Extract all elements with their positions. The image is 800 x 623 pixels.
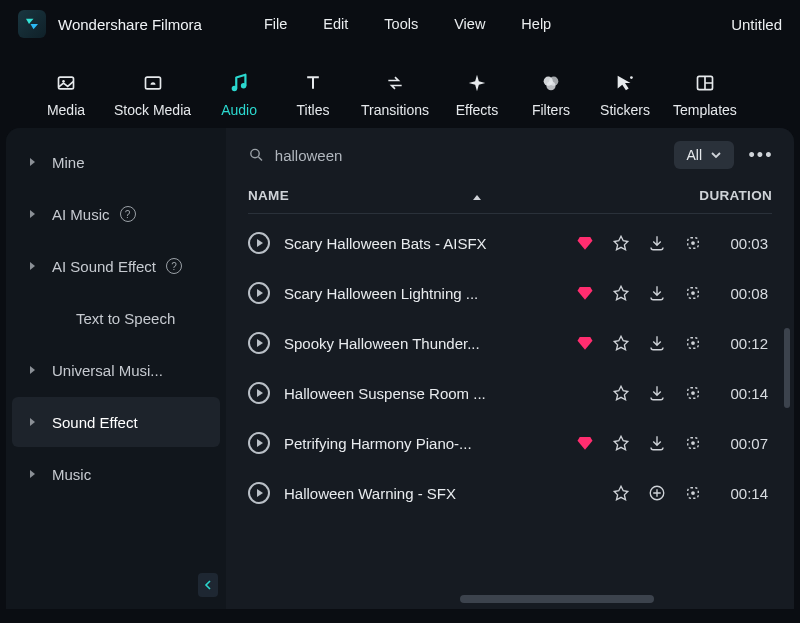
tab-label: Stickers <box>600 102 650 118</box>
menu-view[interactable]: View <box>454 16 485 32</box>
filter-dropdown[interactable]: All <box>674 141 734 169</box>
sidebar-item-universal-music[interactable]: Universal Musi... <box>12 345 220 395</box>
menu-tools[interactable]: Tools <box>384 16 418 32</box>
tab-transitions[interactable]: Transitions <box>361 72 429 118</box>
download-button[interactable] <box>648 334 666 352</box>
duration: 00:14 <box>716 485 768 502</box>
table-body: Scary Halloween Bats - AISFX00:03Scary H… <box>226 218 794 518</box>
sidebar-item-sound-effect[interactable]: Sound Effect <box>12 397 220 447</box>
title-bar: Wondershare Filmora File Edit Tools View… <box>0 0 800 48</box>
download-button[interactable] <box>648 384 666 402</box>
logo-icon <box>23 15 41 33</box>
sidebar-item-music[interactable]: Music <box>12 449 220 499</box>
tab-label: Stock Media <box>114 102 191 118</box>
sidebar-item-text-to-speech[interactable]: Text to Speech <box>12 293 220 343</box>
ai-scan-button[interactable] <box>684 284 702 302</box>
duration: 00:14 <box>716 385 768 402</box>
table-row[interactable]: Scary Halloween Bats - AISFX00:03 <box>226 218 790 268</box>
layout-icon <box>692 72 718 94</box>
row-actions <box>576 434 702 452</box>
menu-help[interactable]: Help <box>521 16 551 32</box>
svg-point-10 <box>251 149 259 157</box>
sparkle-icon <box>464 72 490 94</box>
sidebar-item-ai-sound-effect[interactable]: AI Sound Effect ? <box>12 241 220 291</box>
tab-stickers[interactable]: Stickers <box>599 72 651 118</box>
text-icon <box>300 72 326 94</box>
scrollbar-vertical[interactable] <box>784 328 790 408</box>
chevron-left-icon <box>203 580 213 590</box>
ai-scan-button[interactable] <box>684 434 702 452</box>
track-title: Halloween Suspense Room ... <box>284 385 514 402</box>
svg-point-20 <box>691 441 695 445</box>
tab-titles[interactable]: Titles <box>287 72 339 118</box>
ai-scan-button[interactable] <box>684 334 702 352</box>
scrollbar-horizontal[interactable] <box>460 595 654 603</box>
add-button[interactable] <box>648 484 666 502</box>
favorite-button[interactable] <box>612 234 630 252</box>
favorite-button[interactable] <box>612 484 630 502</box>
table-row[interactable]: Halloween Suspense Room ...00:14 <box>226 368 790 418</box>
tab-effects[interactable]: Effects <box>451 72 503 118</box>
sidebar-item-label: Sound Effect <box>52 414 138 431</box>
favorite-button[interactable] <box>612 334 630 352</box>
ai-scan-button[interactable] <box>684 234 702 252</box>
download-button[interactable] <box>648 284 666 302</box>
tab-filters[interactable]: Filters <box>525 72 577 118</box>
track-title: Spooky Halloween Thunder... <box>284 335 514 352</box>
search-box <box>248 146 662 164</box>
cloud-icon <box>140 72 166 94</box>
tab-audio[interactable]: Audio <box>213 72 265 118</box>
tab-label: Effects <box>456 102 499 118</box>
ai-scan-button[interactable] <box>684 484 702 502</box>
row-actions <box>576 284 702 302</box>
sidebar-item-label: Mine <box>52 154 85 171</box>
sidebar-item-mine[interactable]: Mine <box>12 137 220 187</box>
tab-templates[interactable]: Templates <box>673 72 737 118</box>
search-input[interactable] <box>275 147 663 164</box>
table-row[interactable]: Scary Halloween Lightning ...00:08 <box>226 268 790 318</box>
download-button[interactable] <box>648 434 666 452</box>
table-header: NAME DURATION <box>226 176 794 213</box>
play-button[interactable] <box>248 282 270 304</box>
tab-label: Audio <box>221 102 257 118</box>
top-nav: Media Stock Media Audio Titles Transitio… <box>0 48 800 128</box>
collapse-sidebar-button[interactable] <box>198 573 218 597</box>
menu-edit[interactable]: Edit <box>323 16 348 32</box>
download-button[interactable] <box>648 234 666 252</box>
help-icon[interactable]: ? <box>120 206 136 222</box>
favorite-button[interactable] <box>612 284 630 302</box>
chevron-right-icon <box>30 210 35 218</box>
more-button[interactable]: ••• <box>746 140 776 170</box>
chevron-down-icon <box>710 149 722 161</box>
column-name[interactable]: NAME <box>248 188 686 203</box>
chevron-right-icon <box>30 418 35 426</box>
app-name: Wondershare Filmora <box>58 16 202 33</box>
menu-file[interactable]: File <box>264 16 287 32</box>
row-actions <box>576 234 702 252</box>
play-button[interactable] <box>248 382 270 404</box>
table-row[interactable]: Petrifying Harmony Piano-...00:07 <box>226 418 790 468</box>
play-button[interactable] <box>248 432 270 454</box>
play-button[interactable] <box>248 332 270 354</box>
ai-scan-button[interactable] <box>684 384 702 402</box>
tab-label: Media <box>47 102 85 118</box>
premium-icon <box>576 434 594 452</box>
table-row[interactable]: Halloween Warning - SFX00:14 <box>226 468 790 518</box>
play-button[interactable] <box>248 232 270 254</box>
play-button[interactable] <box>248 482 270 504</box>
column-duration[interactable]: DURATION <box>686 188 772 203</box>
divider <box>248 213 772 214</box>
favorite-button[interactable] <box>612 434 630 452</box>
sidebar-item-label: AI Sound Effect <box>52 258 156 275</box>
table-row[interactable]: Spooky Halloween Thunder...00:12 <box>226 318 790 368</box>
help-icon[interactable]: ? <box>166 258 182 274</box>
row-actions <box>612 484 702 502</box>
tab-label: Transitions <box>361 102 429 118</box>
tab-media[interactable]: Media <box>40 72 92 118</box>
duration: 00:08 <box>716 285 768 302</box>
sidebar-item-ai-music[interactable]: AI Music ? <box>12 189 220 239</box>
tab-stock-media[interactable]: Stock Media <box>114 72 191 118</box>
sidebar-item-label: Universal Musi... <box>52 362 163 379</box>
track-title: Petrifying Harmony Piano-... <box>284 435 514 452</box>
favorite-button[interactable] <box>612 384 630 402</box>
